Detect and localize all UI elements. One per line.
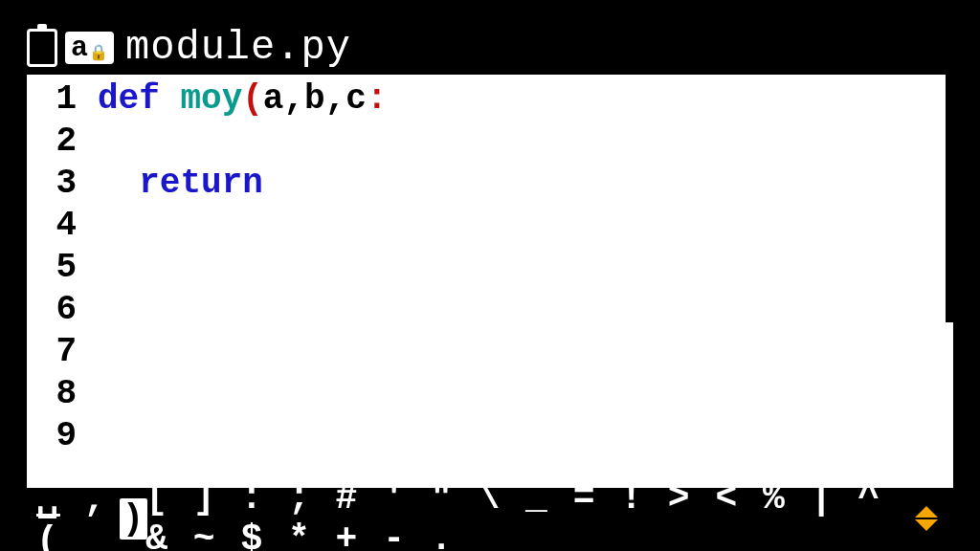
code-line[interactable] [98, 373, 953, 415]
battery-icon [27, 29, 57, 67]
code-line[interactable] [98, 121, 953, 163]
code-line[interactable]: def moy(a,b,c: [98, 78, 953, 121]
code-line[interactable]: return [98, 163, 953, 205]
line-number: 8 [27, 373, 77, 415]
line-number: 2 [27, 121, 77, 163]
line-number: 9 [27, 415, 77, 457]
alpha-lock-badge: a🔒 [65, 32, 114, 64]
line-number: 1 [27, 78, 77, 121]
code-line[interactable] [98, 415, 953, 457]
code-line[interactable] [98, 247, 953, 289]
filename: module.py [125, 25, 351, 71]
alpha-label: a [71, 33, 88, 62]
symbols-before[interactable]: ␣ , ( [36, 476, 122, 552]
line-number: 6 [27, 289, 77, 331]
line-number: 4 [27, 205, 77, 247]
line-number: 5 [27, 247, 77, 289]
chevron-down-icon[interactable] [915, 519, 938, 531]
code-line[interactable] [98, 205, 953, 247]
line-number: 3 [27, 163, 77, 205]
title-bar: a🔒 module.py [27, 23, 953, 73]
code-line[interactable] [98, 331, 953, 373]
chevron-up-icon[interactable] [915, 506, 938, 518]
code-line[interactable] [98, 289, 953, 331]
code-area[interactable]: def moy(a,b,c: return [90, 75, 953, 488]
code-editor[interactable]: 1 2 3 4 5 6 7 8 9 def moy(a,b,c: return [27, 75, 953, 488]
scroll-spinner[interactable] [915, 506, 944, 531]
symbols-after[interactable]: [ ] : ; # ' " \ _ = ! > < % | ^ & ~ $ * … [145, 477, 915, 551]
lock-icon: 🔒 [89, 46, 108, 61]
scrollbar[interactable] [946, 75, 953, 322]
calculator-screen: a🔒 module.py 1 2 3 4 5 6 7 8 9 def moy(a… [0, 0, 980, 551]
symbol-picker[interactable]: ␣ , ( )[ ] : ; # ' " \ _ = ! > < % | ^ &… [27, 496, 953, 541]
line-gutter: 1 2 3 4 5 6 7 8 9 [27, 75, 90, 488]
symbol-selected[interactable]: ) [120, 498, 147, 540]
line-number: 7 [27, 331, 77, 373]
